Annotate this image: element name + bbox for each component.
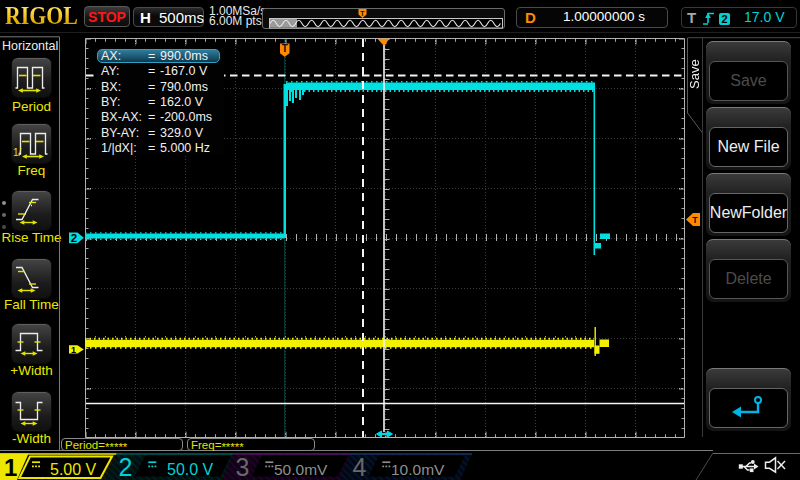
svg-text:T: T: [282, 43, 288, 54]
svg-text:T: T: [692, 215, 698, 225]
svg-text:2: 2: [71, 232, 77, 244]
svg-text:1: 1: [71, 345, 76, 355]
